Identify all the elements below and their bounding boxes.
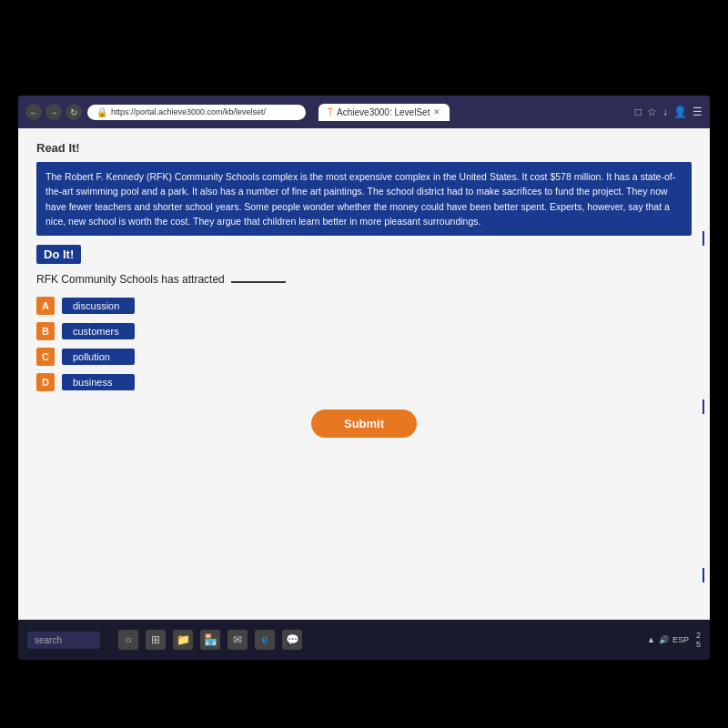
tab-achieve[interactable]: T Achieve3000: LevelSet ✕ xyxy=(318,104,450,121)
window-icon[interactable]: □ xyxy=(635,106,642,118)
edge-button[interactable]: e xyxy=(255,630,275,650)
scroll-tick-3 xyxy=(703,568,704,582)
browser-controls[interactable]: ← → ↻ xyxy=(25,104,82,120)
taskbar-search[interactable]: search xyxy=(27,632,100,649)
taskbar-icons: ○ ⊞ 📁 🏪 ✉ e 💬 xyxy=(118,630,302,650)
option-b[interactable]: B customers xyxy=(36,322,692,340)
wifi-icon: ▲ xyxy=(647,635,655,644)
download-icon[interactable]: ↓ xyxy=(662,106,668,118)
do-it-heading: Do It! xyxy=(36,245,81,264)
start-button[interactable]: ○ xyxy=(118,630,138,650)
time-value: 2 xyxy=(696,631,701,640)
option-b-text: customers xyxy=(62,323,135,339)
forward-button[interactable]: → xyxy=(46,104,62,120)
option-c-text: pollution xyxy=(62,349,135,365)
submit-button[interactable]: Submit xyxy=(311,410,417,438)
browser-action-icons: □ ☆ ↓ 👤 ☰ xyxy=(635,106,703,118)
read-it-heading: Read It! xyxy=(36,141,692,155)
scroll-indicators xyxy=(703,154,704,660)
teams-button[interactable]: 💬 xyxy=(282,630,302,650)
option-d-text: business xyxy=(62,374,135,390)
volume-icon: 🔊 xyxy=(659,635,669,644)
option-b-letter: B xyxy=(36,322,55,340)
question-text: RFK Community Schools has attracted xyxy=(36,273,692,286)
option-c-letter: C xyxy=(36,348,55,366)
clock: 2 5 xyxy=(696,631,701,649)
tabs-area: T Achieve3000: LevelSet ✕ xyxy=(318,104,630,121)
task-view-button[interactable]: ⊞ xyxy=(146,630,166,650)
taskbar: search ○ ⊞ 📁 🏪 ✉ e 💬 ▲ 🔊 ESP 2 5 xyxy=(18,620,710,660)
url-text: https://portal.achieve3000.com/kb/levels… xyxy=(111,107,266,116)
scroll-tick-1 xyxy=(703,231,704,246)
tab-close-button[interactable]: ✕ xyxy=(433,107,440,116)
refresh-button[interactable]: ↻ xyxy=(66,104,82,120)
lock-icon: 🔒 xyxy=(96,107,107,117)
answer-options-list: A discussion B customers C pollution D b… xyxy=(36,297,692,391)
tab-label: Achieve3000: LevelSet xyxy=(337,107,430,117)
browser-top-bar: ← → ↻ 🔒 https://portal.achieve3000.com/k… xyxy=(18,96,710,128)
option-d-letter: D xyxy=(36,373,55,391)
file-explorer-button[interactable]: 📁 xyxy=(173,630,193,650)
date-value: 5 xyxy=(696,640,701,649)
passage-text: The Robert F. Kennedy (RFK) Community Sc… xyxy=(36,162,692,236)
option-c[interactable]: C pollution xyxy=(36,348,692,366)
option-a[interactable]: A discussion xyxy=(36,297,692,315)
address-bar[interactable]: 🔒 https://portal.achieve3000.com/kb/leve… xyxy=(87,105,306,120)
submit-area: Submit xyxy=(36,410,692,438)
taskbar-right: ▲ 🔊 ESP 2 5 xyxy=(647,631,701,649)
back-button[interactable]: ← xyxy=(25,104,42,120)
page-content: Read It! The Robert F. Kennedy (RFK) Com… xyxy=(18,128,710,634)
system-tray: ▲ 🔊 ESP xyxy=(647,635,689,644)
menu-icon[interactable]: ☰ xyxy=(693,106,703,118)
option-a-letter: A xyxy=(36,297,55,315)
star-icon[interactable]: ☆ xyxy=(647,106,657,118)
lang-indicator: ESP xyxy=(672,635,689,644)
scroll-tick-2 xyxy=(703,399,704,414)
tab-icon: T xyxy=(328,107,333,117)
option-d[interactable]: D business xyxy=(36,373,692,391)
store-button[interactable]: 🏪 xyxy=(200,630,220,650)
answer-blank xyxy=(231,281,286,283)
option-a-text: discussion xyxy=(62,298,135,314)
user-icon[interactable]: 👤 xyxy=(673,106,687,118)
mail-button[interactable]: ✉ xyxy=(228,630,248,650)
